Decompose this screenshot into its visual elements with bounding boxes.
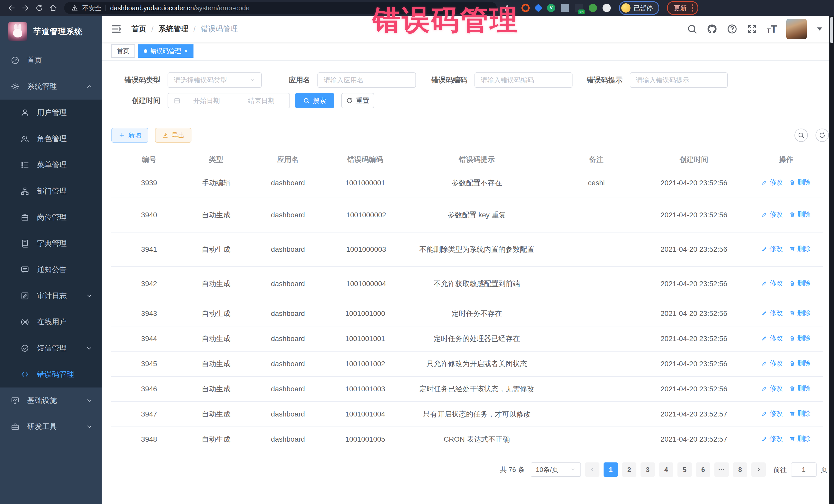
- more-pages-button[interactable]: ···: [715, 462, 729, 477]
- sidebar-item-user[interactable]: 用户管理: [0, 100, 102, 126]
- page-button-2[interactable]: 2: [622, 462, 636, 477]
- sidebar-item-system[interactable]: 系统管理: [0, 73, 102, 100]
- sidebar-item-audit[interactable]: 审计日志: [0, 283, 102, 309]
- delete-link[interactable]: 删除: [789, 210, 811, 219]
- edit-link[interactable]: 修改: [761, 358, 783, 368]
- github-icon[interactable]: [707, 24, 718, 35]
- column-header: 编号: [111, 151, 187, 168]
- page-size-select[interactable]: 10条/页: [531, 462, 581, 477]
- sidebar-item-sms[interactable]: 短信管理: [0, 335, 102, 361]
- help-icon[interactable]: [727, 24, 738, 35]
- page-button-4[interactable]: 4: [659, 462, 673, 477]
- create-time-range-picker[interactable]: 开始日期 - 结束日期: [168, 93, 290, 108]
- browser-back-icon[interactable]: [6, 2, 18, 14]
- key-extension-icon[interactable]: [589, 4, 597, 12]
- error-tip-input[interactable]: [630, 72, 728, 88]
- edit-link[interactable]: 修改: [761, 384, 783, 393]
- browser-home-icon[interactable]: [47, 2, 59, 14]
- sidebar-item-notice[interactable]: 通知公告: [0, 257, 102, 283]
- reset-button-label: 重置: [356, 96, 369, 105]
- export-button[interactable]: 导出: [155, 128, 192, 143]
- page-button-6[interactable]: 6: [696, 462, 710, 477]
- page-button-5[interactable]: 5: [678, 462, 692, 477]
- delete-link[interactable]: 删除: [789, 177, 811, 187]
- prev-page-button[interactable]: [585, 462, 599, 477]
- page-button-3[interactable]: 3: [640, 462, 655, 477]
- delete-link[interactable]: 删除: [789, 434, 811, 444]
- next-page-button[interactable]: [751, 462, 766, 477]
- delete-link[interactable]: 删除: [789, 409, 811, 419]
- tag-home[interactable]: 首页: [111, 44, 135, 58]
- edit-link[interactable]: 修改: [761, 409, 783, 419]
- edit-link[interactable]: 修改: [761, 244, 783, 254]
- delete-link[interactable]: 删除: [789, 358, 811, 368]
- address-bar[interactable]: 不安全 dashboard.yudao.iocoder.cn/system/er…: [64, 2, 497, 14]
- user-avatar[interactable]: [786, 19, 807, 39]
- app-name-input[interactable]: [317, 72, 416, 88]
- search-button[interactable]: 搜索: [295, 93, 334, 108]
- tag-error-code[interactable]: 错误码管理 ×: [138, 44, 194, 58]
- error-code-input[interactable]: [475, 72, 572, 88]
- gem-extension-icon[interactable]: [534, 4, 543, 12]
- scrollbar-thumb[interactable]: [830, 17, 833, 43]
- page-button-8[interactable]: 8: [733, 462, 747, 477]
- sidebar-item-online[interactable]: 在线用户: [0, 309, 102, 335]
- sidebar-logo-row[interactable]: 芋道管理系统: [0, 16, 102, 47]
- browser-reload-icon[interactable]: [34, 2, 45, 14]
- edit-link[interactable]: 修改: [761, 210, 783, 219]
- edit-link[interactable]: 修改: [761, 308, 783, 318]
- sidebar-item-error-code[interactable]: 错误码管理: [0, 361, 102, 388]
- v-extension-icon[interactable]: V: [547, 4, 555, 12]
- browser-profile-chip[interactable]: 已暂停: [619, 1, 659, 15]
- search-icon: [798, 132, 805, 138]
- error-type-select[interactable]: 请选择错误码类型: [168, 72, 262, 88]
- ubuntu-extension-icon[interactable]: [522, 4, 530, 12]
- page-button-1[interactable]: 1: [603, 462, 618, 477]
- goto-page-input[interactable]: [791, 462, 816, 477]
- font-size-icon[interactable]: TT: [767, 24, 777, 34]
- delete-link[interactable]: 删除: [789, 278, 811, 288]
- browser-forward-icon[interactable]: [20, 2, 31, 14]
- avatar-caret-down-icon[interactable]: [817, 27, 822, 30]
- edit-link[interactable]: 修改: [761, 434, 783, 444]
- sidebar-item-infra[interactable]: 基础设施: [0, 388, 102, 414]
- sidebar-item-menu[interactable]: 菜单管理: [0, 152, 102, 178]
- cell-actions: 修改删除: [749, 301, 823, 326]
- refresh-table-button[interactable]: [815, 129, 829, 142]
- delete-link[interactable]: 删除: [789, 308, 811, 318]
- hamburger-icon[interactable]: [111, 24, 122, 35]
- panel-extension-icon[interactable]: on: [575, 4, 583, 12]
- sidebar-item-dict[interactable]: 字典管理: [0, 231, 102, 257]
- show-search-toggle-button[interactable]: [794, 129, 808, 142]
- browser-menu-icon[interactable]: [692, 4, 694, 12]
- add-button[interactable]: 新增: [111, 128, 148, 143]
- edit-link[interactable]: 修改: [761, 278, 783, 288]
- edit-link[interactable]: 修改: [761, 333, 783, 343]
- edit-link[interactable]: 修改: [761, 177, 783, 187]
- search-icon[interactable]: [687, 24, 698, 35]
- puzzle-extension-icon[interactable]: [602, 4, 611, 12]
- sidebar-item-home[interactable]: 首页: [0, 47, 102, 73]
- delete-link[interactable]: 删除: [789, 384, 811, 393]
- browser-update-button[interactable]: 更新: [667, 1, 698, 15]
- breadcrumb-system[interactable]: 系统管理: [159, 24, 188, 34]
- reset-button[interactable]: 重置: [341, 93, 374, 108]
- sidebar-item-post[interactable]: 岗位管理: [0, 204, 102, 231]
- fullscreen-icon[interactable]: [747, 24, 758, 35]
- breadcrumb-home[interactable]: 首页: [131, 24, 146, 34]
- tag-close-icon[interactable]: ×: [184, 48, 188, 54]
- sidebar-item-role[interactable]: 角色管理: [0, 126, 102, 152]
- delete-link[interactable]: 删除: [789, 244, 811, 254]
- sms-icon: [21, 344, 29, 353]
- url-text[interactable]: dashboard.yudao.iocoder.cn/system/error-…: [110, 4, 249, 12]
- bookmark-star-icon[interactable]: [501, 2, 513, 14]
- cell-remark: [554, 232, 639, 267]
- page-scrollbar[interactable]: [829, 16, 834, 504]
- cell-remark: [554, 427, 639, 452]
- delete-link[interactable]: 删除: [789, 333, 811, 343]
- sidebar-item-devtools[interactable]: 研发工具: [0, 414, 102, 440]
- grid-extension-icon[interactable]: [561, 4, 569, 12]
- sidebar-item-dept[interactable]: 部门管理: [0, 178, 102, 204]
- tags-view-bar: 首页 错误码管理 ×: [102, 42, 834, 61]
- security-label[interactable]: 不安全: [82, 4, 101, 12]
